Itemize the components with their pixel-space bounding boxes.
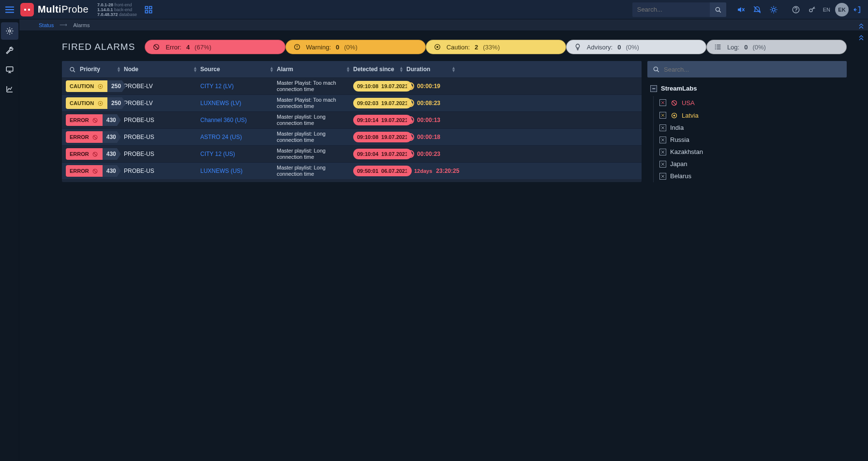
table-row[interactable]: CAUTION 250 PROBE-LV CITY 12 (LV) Master… <box>62 77 642 94</box>
clock-icon <box>406 82 414 90</box>
checkbox-icon[interactable] <box>659 99 666 106</box>
filter-search-input[interactable] <box>664 66 842 73</box>
table-header: Priority ▲▼ Node▲▼ Source▲▼ Alarm▲▼ Dete… <box>62 61 642 77</box>
global-search-input[interactable] <box>632 2 710 17</box>
help-icon[interactable] <box>788 2 804 17</box>
collapse-icon[interactable]: − <box>650 85 657 92</box>
mute-icon[interactable] <box>733 2 748 17</box>
global-search-button[interactable] <box>710 2 726 17</box>
tree-item[interactable]: Japan <box>658 158 845 170</box>
col-node[interactable]: Node <box>124 66 138 73</box>
app-logo <box>20 3 34 16</box>
sidebar-item-monitor[interactable] <box>1 61 18 78</box>
col-source[interactable]: Source <box>200 66 220 73</box>
dot-icon <box>670 111 678 119</box>
tree-item[interactable]: Latvia <box>658 109 845 122</box>
checkbox-icon[interactable] <box>659 112 666 119</box>
table-row[interactable]: ERROR 430 PROBE-US CITY 12 (US) Master p… <box>62 145 642 162</box>
tree-item-label: Latvia <box>682 112 699 119</box>
alarm-text: Master playlist: Long connection time <box>277 131 353 143</box>
sort-icon[interactable]: ▲▼ <box>346 66 353 72</box>
ban-icon <box>670 99 678 107</box>
tree-item[interactable]: Belarus <box>658 170 845 182</box>
pill-advisory[interactable]: Advisory: 0 (0%) <box>566 40 706 54</box>
source-link[interactable]: CITY 12 (US) <box>200 151 277 157</box>
pill-log[interactable]: Log: 0 (0%) <box>706 40 847 54</box>
node-cell: PROBE-LV <box>124 83 200 90</box>
priority-tag: CAUTION 250 <box>66 97 126 109</box>
node-cell: PROBE-LV <box>124 100 200 107</box>
sort-icon[interactable]: ▲▼ <box>269 66 277 72</box>
checkbox-icon[interactable] <box>659 124 666 131</box>
checkbox-icon[interactable] <box>659 137 666 143</box>
key-icon[interactable] <box>805 2 820 17</box>
notifications-off-icon[interactable] <box>749 2 765 17</box>
source-link[interactable]: LUXNEWS (LV) <box>200 100 277 107</box>
checkbox-icon[interactable] <box>659 149 666 155</box>
tree-item-label: Russia <box>670 136 689 143</box>
tree-root[interactable]: − StreamLabs <box>649 83 845 93</box>
menu-toggle[interactable] <box>3 3 16 16</box>
detected-chip: 09:10:0419.07.2021 <box>353 149 412 159</box>
tree-item-label: USA <box>682 99 695 107</box>
language-label[interactable]: EN <box>821 7 832 13</box>
node-cell: PROBE-US <box>124 134 200 140</box>
sort-icon[interactable]: ▲▼ <box>193 66 200 72</box>
app-name: MultiProbe <box>38 4 89 15</box>
sort-icon[interactable]: ▲▼ <box>399 66 406 72</box>
collapse-inner-icon[interactable] <box>857 33 865 41</box>
alarm-text: Master playlist: Long connection time <box>277 114 353 126</box>
user-avatar[interactable]: EK <box>835 3 849 16</box>
sidebar-item-tools[interactable] <box>1 42 18 59</box>
collapse-outer-icon[interactable] <box>857 21 865 29</box>
summary-pills: Error: 4 (67%) Warning: 0 (0%) Caution: … <box>145 40 847 54</box>
col-priority[interactable]: Priority <box>80 66 100 73</box>
breadcrumb-arrow-icon: ⟶ <box>60 22 67 28</box>
col-detected[interactable]: Detected since <box>353 66 394 73</box>
source-link[interactable]: LUXNEWS (US) <box>200 168 277 174</box>
sort-icon[interactable]: ▲▼ <box>117 66 124 72</box>
tree-item[interactable]: Kazakhstan <box>658 146 845 158</box>
theme-icon[interactable] <box>766 2 781 17</box>
pill-error[interactable]: Error: 4 (67%) <box>145 40 285 54</box>
source-link[interactable]: CITY 12 (LV) <box>200 83 277 90</box>
table-row[interactable]: ERROR 430 PROBE-US ASTRO 24 (US) Master … <box>62 128 642 145</box>
col-search-icon[interactable] <box>69 66 76 73</box>
level-icon <box>92 151 99 157</box>
pill-caution[interactable]: Caution: 2 (33%) <box>426 40 566 54</box>
checkbox-icon[interactable] <box>659 173 666 180</box>
table-row[interactable]: ERROR 430 PROBE-US Channel 360 (US) Mast… <box>62 111 642 128</box>
priority-tag: CAUTION 250 <box>66 80 126 92</box>
breadcrumb-root[interactable]: Status <box>39 22 54 28</box>
duration-cell: 00:00:23 <box>406 150 459 158</box>
tree-item[interactable]: Russia <box>658 134 845 146</box>
sidebar-item-settings[interactable] <box>1 22 18 40</box>
alarm-text: Master Playist: Too mach connection time <box>277 97 353 109</box>
search-icon <box>652 65 660 73</box>
source-link[interactable]: Channel 360 (US) <box>200 117 277 123</box>
page-title: FIRED ALARMS <box>62 42 135 52</box>
tree-item[interactable]: USA <box>658 96 845 109</box>
topbar: MultiProbe 7.0.1-28 front-end 1.14.0.1 b… <box>0 0 868 19</box>
detected-chip: 09:50:0106.07.2021 <box>353 166 412 176</box>
pill-warning[interactable]: Warning: 0 (0%) <box>285 40 426 54</box>
level-icon <box>92 117 99 123</box>
tree-item-label: Belarus <box>670 172 691 180</box>
table-row[interactable]: CAUTION 250 PROBE-LV LUXNEWS (LV) Master… <box>62 94 642 111</box>
checkbox-icon[interactable] <box>659 161 666 168</box>
tree-item[interactable]: India <box>658 122 845 134</box>
layout-icon[interactable] <box>144 5 153 15</box>
priority-tag: ERROR 430 <box>66 148 121 160</box>
col-alarm[interactable]: Alarm <box>277 66 293 73</box>
clock-icon <box>406 99 414 107</box>
source-link[interactable]: ASTRO 24 (US) <box>200 134 277 140</box>
clock-icon <box>406 116 414 124</box>
filter-search <box>647 61 847 77</box>
table-row[interactable]: ERROR 430 PROBE-US LUXNEWS (US) Master p… <box>62 162 642 179</box>
priority-tag: ERROR 430 <box>66 131 121 143</box>
sidebar-item-stats[interactable] <box>1 80 18 98</box>
alarms-table: Priority ▲▼ Node▲▼ Source▲▼ Alarm▲▼ Dete… <box>62 61 642 182</box>
col-duration[interactable]: Duration <box>406 66 430 73</box>
logout-icon[interactable] <box>850 2 865 17</box>
sort-icon[interactable]: ▲▼ <box>451 66 459 72</box>
